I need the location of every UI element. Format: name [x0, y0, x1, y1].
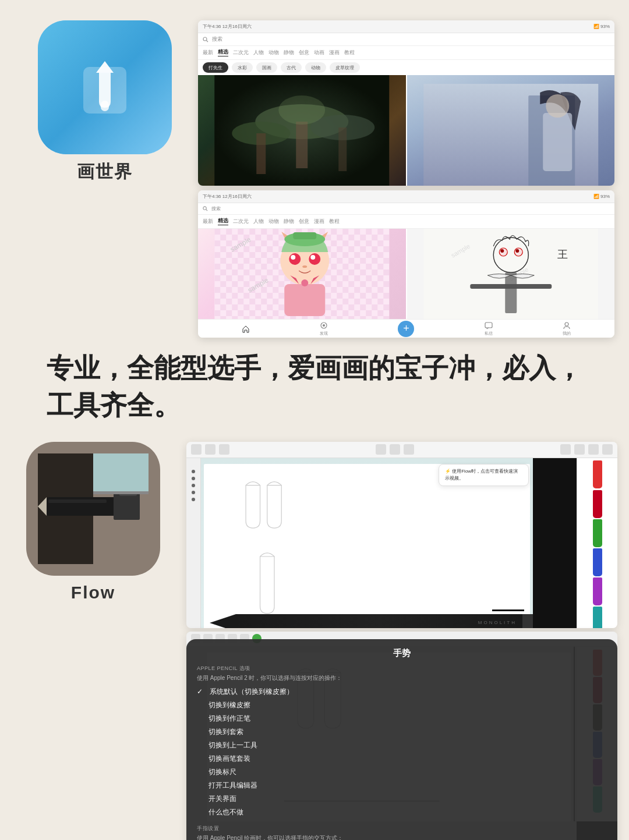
nav-explore[interactable]: 发现	[320, 321, 328, 336]
app1-tabs: 最新 精选 二次元 人物 动物 静物 创意 动画 漫画 教程	[198, 46, 614, 60]
tab-donghua[interactable]: 动画	[314, 49, 324, 56]
svg-point-33	[302, 265, 307, 268]
svg-rect-61	[48, 499, 107, 503]
gesture-section1-label: APPLE PENCIL 选项	[197, 665, 607, 672]
tab2-chuangyi[interactable]: 创意	[299, 218, 309, 225]
tab2-jingwu[interactable]: 静物	[284, 218, 294, 225]
pen-nib	[210, 614, 236, 628]
top-row: 画世界 下午4:36 12月16日周六 📶 93% 搜索	[23, 20, 614, 338]
gesture-item-6[interactable]: 切换画笔套装	[197, 752, 607, 765]
nav-post[interactable]: +	[398, 321, 414, 337]
app1-description: 专业，全能型选手，爱画画的宝子冲，必入，工具齐全。	[23, 338, 614, 436]
gesture-label-1: 系统默认（切换到橡皮擦）	[210, 687, 294, 697]
tb-tool4[interactable]	[602, 444, 613, 455]
tb-tool2[interactable]	[574, 444, 585, 455]
search-icon	[203, 37, 209, 42]
gesture-menu-popup: 手势 APPLE PENCIL 选项 使用 Apple Pencil 2 时，你…	[186, 639, 617, 840]
tb-tool3[interactable]	[588, 444, 599, 455]
tab2-jiaocheng[interactable]: 教程	[329, 218, 340, 225]
app1-screenshot-2: 下午4:36 12月16日周六 📶 93% 搜索 最新 精选 二次元 人物 动物…	[198, 190, 614, 338]
app2-icon[interactable]	[26, 442, 160, 576]
app1-icon[interactable]	[38, 20, 172, 154]
tab-erciyuan[interactable]: 二次元	[233, 49, 249, 56]
gesture-label-6: 切换画笔套装	[209, 754, 250, 764]
tab2-erciyuan[interactable]: 二次元	[233, 218, 249, 225]
tab-renwu[interactable]: 人物	[253, 49, 264, 56]
svg-rect-9	[256, 133, 266, 174]
svg-rect-63	[93, 491, 149, 494]
flow-icon-svg	[38, 453, 149, 564]
nav-profile[interactable]: 我的	[563, 321, 571, 336]
svg-point-32	[310, 255, 315, 260]
nav-messages[interactable]: 私信	[485, 321, 493, 336]
tab-jiaocheng[interactable]: 教程	[344, 49, 355, 56]
tb-back[interactable]	[191, 444, 202, 455]
tab2-manhua[interactable]: 漫画	[314, 218, 324, 225]
gesture-section1-desc: 使用 Apple Pencil 2 时，你可以选择与连按对应的操作：	[197, 674, 607, 682]
artwork-4: sample sample	[407, 229, 615, 319]
svg-point-29	[289, 253, 301, 265]
tb-tool1[interactable]	[560, 444, 571, 455]
gesture-item-4[interactable]: 切换到套索	[197, 725, 607, 739]
gesture-item-9[interactable]: 开关界面	[197, 792, 607, 806]
tab2-zuixin[interactable]: 最新	[203, 218, 213, 225]
mushroom-art-svg	[198, 75, 406, 186]
cat-dongwu[interactable]: 动物	[305, 62, 326, 73]
black-panel	[533, 458, 577, 628]
tab2-dongwu[interactable]: 动物	[268, 218, 279, 225]
gesture-item-8[interactable]: 打开工具编辑器	[197, 779, 607, 792]
svg-rect-7	[296, 122, 308, 168]
gesture-item-10[interactable]: 什么也不做	[197, 806, 607, 819]
svg-point-17	[203, 207, 206, 210]
nav-home[interactable]	[242, 325, 250, 333]
gesture-item-2[interactable]: 切换到橡皮擦	[197, 699, 607, 712]
svg-rect-35	[293, 232, 316, 239]
tb-grid[interactable]	[376, 444, 386, 455]
cat-guohua[interactable]: 国画	[256, 62, 277, 73]
artwork-2	[407, 75, 615, 186]
cat-picao[interactable]: 皮草纹理	[330, 62, 360, 73]
cat-shuicai[interactable]: 水彩	[232, 62, 253, 73]
gesture-item-1[interactable]: ✓ 系统默认（切换到橡皮擦）	[197, 685, 607, 699]
app1-screenshot-1: 下午4:36 12月16日周六 📶 93% 搜索 最新 精选 二次元 人物	[198, 20, 614, 186]
gesture-item-7[interactable]: 切换标尺	[197, 765, 607, 779]
cat-dashengren[interactable]: 打先生	[203, 62, 228, 73]
tb-layers[interactable]	[390, 444, 400, 455]
tab-manhua[interactable]: 漫画	[329, 49, 340, 56]
dot5	[192, 498, 195, 501]
svg-rect-11	[338, 127, 347, 171]
gesture-label-2: 切换到橡皮擦	[209, 700, 250, 710]
tb-share[interactable]	[404, 444, 414, 455]
gesture-item-3[interactable]: 切换到作正笔	[197, 712, 607, 725]
marker-purple	[593, 577, 602, 605]
flow-left-sidebar	[186, 458, 201, 628]
search-icon-2	[203, 206, 208, 211]
flow-toolbar	[186, 442, 617, 458]
cat-gudai[interactable]: 古代	[281, 62, 302, 73]
tb-redo[interactable]	[219, 444, 229, 455]
gesture-canvas: 手势 APPLE PENCIL 选项 使用 Apple Pencil 2 时，你…	[186, 647, 617, 840]
tab-chuangyi[interactable]: 创意	[299, 49, 309, 56]
marker-blue	[593, 548, 602, 576]
svg-point-30	[309, 253, 320, 265]
page-wrapper: 画世界 下午4:36 12月16日周六 📶 93% 搜索	[0, 0, 629, 840]
app1-tabs-2: 最新 精选 二次元 人物 动物 静物 创意 漫画 教程	[198, 215, 614, 229]
app1-search-bar: 搜索	[198, 33, 614, 46]
pen-illustration: MONOLITH	[210, 614, 533, 628]
flow-right-markers: +	[577, 458, 617, 628]
tab-jingwu[interactable]: 静物	[284, 49, 294, 56]
tab2-jingxuan[interactable]: 精选	[218, 218, 228, 225]
tb-undo[interactable]	[205, 444, 215, 455]
search-placeholder-2: 搜索	[211, 205, 221, 212]
app2-label: Flow	[71, 583, 115, 602]
svg-rect-36	[284, 284, 325, 316]
tab-dongwu[interactable]: 动物	[268, 49, 279, 56]
tab-zuixin[interactable]: 最新	[203, 49, 213, 56]
tab-jingxuan[interactable]: 精选	[218, 49, 228, 56]
gesture-label-8: 打开工具编辑器	[209, 781, 257, 791]
gesture-label-7: 切换标尺	[209, 767, 236, 777]
tab2-renwu[interactable]: 人物	[253, 218, 264, 225]
app1-time: 下午4:36 12月16日周六	[203, 23, 252, 30]
gesture-section2-desc: 使用 Apple Pencil 绘画时，你可以选择手指的交互方式：	[197, 834, 607, 840]
gesture-item-5[interactable]: 切换到上一工具	[197, 739, 607, 752]
